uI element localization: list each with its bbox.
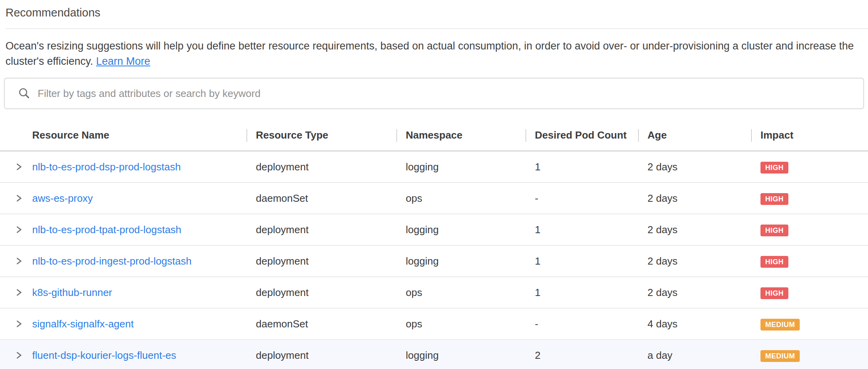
column-header-age: Age xyxy=(638,120,751,150)
table-row: signalfx-signalfx-agent daemonSet ops - … xyxy=(0,309,868,340)
impact-badge: HIGH xyxy=(760,193,788,205)
resource-name-link[interactable]: nlb-to-es-prod-dsp-prod-logstash xyxy=(32,161,181,173)
namespace-cell: logging xyxy=(396,255,525,267)
desired-pod-count-cell: 2 xyxy=(525,349,638,362)
resource-name-link[interactable]: signalfx-signalfx-agent xyxy=(32,318,134,330)
namespace-cell: logging xyxy=(396,349,525,362)
resource-name-cell: nlb-to-es-prod-ingest-prod-logstash xyxy=(0,255,246,267)
namespace-cell: logging xyxy=(396,161,525,173)
age-cell: 2 days xyxy=(638,224,751,236)
resource-name-cell: aws-es-proxy xyxy=(0,192,246,205)
column-header-namespace: Namespace xyxy=(396,120,525,150)
filter-search-box[interactable] xyxy=(4,78,864,109)
chevron-right-icon[interactable] xyxy=(15,320,23,328)
recommendations-table: Resource Name Resource Type Namespace De… xyxy=(0,120,868,369)
chevron-right-icon[interactable] xyxy=(15,351,23,359)
age-cell: a day xyxy=(638,349,751,362)
age-cell: 2 days xyxy=(638,255,751,267)
resource-type-cell: deployment xyxy=(246,349,396,362)
resource-name-cell: signalfx-signalfx-agent xyxy=(0,318,246,330)
chevron-right-icon[interactable] xyxy=(15,226,23,234)
impact-badge: MEDIUM xyxy=(760,350,800,362)
age-cell: 2 days xyxy=(638,161,751,173)
column-header-resource-name: Resource Name xyxy=(0,120,246,150)
resource-name-link[interactable]: nlb-to-es-prod-tpat-prod-logstash xyxy=(32,224,181,236)
desired-pod-count-cell: - xyxy=(525,318,638,330)
namespace-cell: ops xyxy=(396,287,525,299)
table-row: nlb-to-es-prod-ingest-prod-logstash depl… xyxy=(0,246,868,277)
chevron-right-icon[interactable] xyxy=(15,289,23,296)
table-row: fluent-dsp-kourier-logs-fluent-es deploy… xyxy=(0,340,868,369)
table-row: nlb-to-es-prod-tpat-prod-logstash deploy… xyxy=(0,214,868,246)
column-header-impact: Impact xyxy=(751,120,868,150)
column-header-desired-pod-count: Desired Pod Count xyxy=(525,120,638,150)
resource-name-link[interactable]: fluent-dsp-kourier-logs-fluent-es xyxy=(32,349,176,362)
learn-more-link[interactable]: Learn More xyxy=(96,55,150,67)
resource-type-cell: daemonSet xyxy=(246,318,396,330)
desired-pod-count-cell: 1 xyxy=(525,255,638,267)
namespace-cell: ops xyxy=(396,318,525,330)
age-cell: 4 days xyxy=(638,318,751,330)
impact-badge: HIGH xyxy=(760,225,788,236)
resource-name-cell: nlb-to-es-prod-dsp-prod-logstash xyxy=(0,161,246,173)
search-input[interactable] xyxy=(38,79,863,108)
column-header-resource-type: Resource Type xyxy=(246,120,396,150)
resource-name-link[interactable]: nlb-to-es-prod-ingest-prod-logstash xyxy=(32,255,191,267)
desired-pod-count-cell: - xyxy=(525,192,638,205)
resource-name-cell: nlb-to-es-prod-tpat-prod-logstash xyxy=(0,224,246,236)
chevron-right-icon[interactable] xyxy=(15,163,23,171)
desired-pod-count-cell: 1 xyxy=(525,161,638,173)
impact-badge: HIGH xyxy=(760,256,788,268)
resource-type-cell: deployment xyxy=(246,287,396,299)
namespace-cell: logging xyxy=(396,224,525,236)
resource-type-cell: deployment xyxy=(246,224,396,236)
table-row: aws-es-proxy daemonSet ops - 2 days HIGH xyxy=(0,183,868,214)
age-cell: 2 days xyxy=(638,287,751,299)
resource-name-link[interactable]: aws-es-proxy xyxy=(32,192,93,205)
table-row: k8s-github-runner deployment ops 1 2 day… xyxy=(0,277,868,309)
resource-name-cell: fluent-dsp-kourier-logs-fluent-es xyxy=(0,349,246,362)
desired-pod-count-cell: 1 xyxy=(525,224,638,236)
resource-name-link[interactable]: k8s-github-runner xyxy=(32,287,112,299)
page-title: Recommendations xyxy=(0,0,868,19)
impact-badge: MEDIUM xyxy=(760,319,800,331)
impact-badge: HIGH xyxy=(760,287,788,299)
chevron-right-icon[interactable] xyxy=(15,194,23,202)
table-header-row: Resource Name Resource Type Namespace De… xyxy=(0,120,868,152)
resource-type-cell: deployment xyxy=(246,255,396,267)
resource-type-cell: deployment xyxy=(246,161,396,173)
namespace-cell: ops xyxy=(396,192,525,205)
age-cell: 2 days xyxy=(638,192,751,205)
page-description: Ocean's resizing suggestions will help y… xyxy=(0,29,868,69)
desired-pod-count-cell: 1 xyxy=(525,287,638,299)
search-icon xyxy=(18,87,31,100)
resource-name-cell: k8s-github-runner xyxy=(0,287,246,299)
table-row: nlb-to-es-prod-dsp-prod-logstash deploym… xyxy=(0,152,868,183)
impact-badge: HIGH xyxy=(760,162,788,174)
resource-type-cell: daemonSet xyxy=(246,192,396,205)
chevron-right-icon[interactable] xyxy=(15,257,23,265)
